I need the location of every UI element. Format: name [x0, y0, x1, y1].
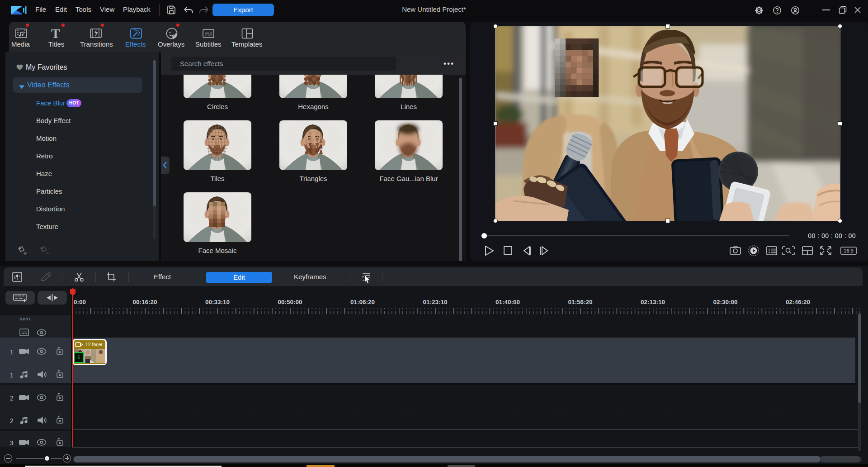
svg-text:02:30:00: 02:30:00 [713, 299, 737, 305]
svg-text:12.facer: 12.facer [85, 342, 103, 347]
svg-text:3: 3 [10, 439, 14, 447]
svg-text:00:50:00: 00:50:00 [278, 299, 302, 305]
svg-text:01:40:00: 01:40:00 [495, 299, 520, 305]
svg-text:2: 2 [10, 417, 14, 424]
svg-text:1: 1 [10, 348, 14, 356]
svg-text:01:06:20: 01:06:20 [350, 299, 375, 305]
svg-text:01:23:10: 01:23:10 [423, 299, 447, 305]
svg-text:00:33:10: 00:33:10 [205, 299, 230, 305]
svg-text:01:56:20: 01:56:20 [568, 299, 592, 305]
svg-text:02:13:10: 02:13:10 [641, 299, 665, 305]
svg-text:0:00: 0:00 [74, 299, 86, 305]
svg-text:1: 1 [10, 372, 14, 379]
svg-text:16:9: 16:9 [844, 248, 853, 253]
svg-text:00:16:20: 00:16:20 [132, 299, 157, 305]
svg-text:02:46:20: 02:46:20 [786, 299, 810, 305]
svg-text:2: 2 [10, 395, 14, 402]
